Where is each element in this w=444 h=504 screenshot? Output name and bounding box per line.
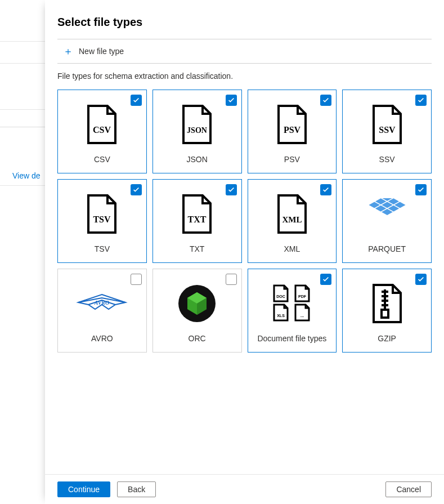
file-icon-csv: CSV — [58, 102, 146, 146]
card-label: Document file types — [257, 334, 326, 343]
card-label: XML — [284, 244, 300, 253]
card-label: TXT — [190, 244, 204, 253]
card-label: TSV — [95, 244, 110, 253]
file-type-card-csv[interactable]: CSV CSV — [57, 90, 147, 173]
file-type-grid: CSV CSV JSON JSON — [57, 90, 432, 353]
svg-text:PDF: PDF — [298, 295, 307, 298]
svg-rect-22 — [382, 310, 388, 318]
back-button[interactable]: Back — [117, 481, 156, 497]
file-type-card-xml[interactable]: XML XML — [248, 179, 337, 263]
svg-text:TXT: TXT — [188, 215, 207, 224]
view-details-link[interactable]: View de — [12, 171, 41, 180]
continue-button[interactable]: Continue — [57, 481, 110, 497]
panel-content: Select file types ＋ New file type File t… — [45, 0, 444, 474]
file-icon-ssv: SSV — [343, 102, 431, 146]
gzip-icon — [343, 282, 431, 325]
svg-text:DOC: DOC — [276, 295, 285, 298]
svg-text:XML: XML — [282, 215, 302, 224]
file-icon-tsv: TSV — [58, 192, 146, 236]
plus-icon: ＋ — [63, 46, 73, 56]
divider — [0, 63, 45, 64]
new-file-type-button[interactable]: ＋ New file type — [57, 43, 129, 60]
file-type-card-txt[interactable]: TXT TXT — [153, 179, 242, 263]
subtitle: File types for schema extraction and cla… — [57, 72, 432, 81]
footer: Continue Back Cancel — [45, 474, 444, 504]
file-icon-xml: XML — [248, 192, 337, 236]
file-type-card-parquet[interactable]: PARQUET — [342, 179, 432, 263]
avro-icon: AVRO — [58, 282, 146, 325]
svg-text:...: ... — [301, 313, 304, 318]
new-file-type-label: New file type — [79, 47, 124, 56]
divider — [0, 127, 45, 127]
svg-text:JSON: JSON — [187, 126, 207, 135]
card-label: PARQUET — [368, 244, 406, 253]
panel-title: Select file types — [57, 16, 432, 29]
background-panel: View de — [0, 0, 45, 504]
svg-text:AVRO: AVRO — [94, 300, 110, 306]
file-type-card-gzip[interactable]: GZIP — [342, 269, 432, 353]
card-label: GZIP — [378, 334, 396, 343]
parquet-icon — [343, 192, 431, 236]
cancel-button[interactable]: Cancel — [385, 481, 432, 497]
toolbar: ＋ New file type — [57, 39, 432, 64]
card-label: SSV — [379, 155, 395, 164]
file-type-card-tsv[interactable]: TSV TSV — [57, 179, 147, 263]
card-label: AVRO — [91, 334, 113, 343]
file-type-card-ssv[interactable]: SSV SSV — [342, 90, 432, 173]
card-label: JSON — [186, 155, 207, 164]
file-icon-json: JSON — [153, 102, 241, 146]
file-type-card-avro[interactable]: AVRO AVRO — [57, 269, 147, 353]
divider — [0, 41, 45, 42]
file-type-card-orc[interactable]: ORC — [153, 269, 242, 353]
divider — [0, 185, 45, 186]
card-label: PSV — [284, 155, 300, 164]
card-label: CSV — [94, 155, 110, 164]
svg-text:PSV: PSV — [284, 125, 301, 135]
divider — [0, 109, 45, 110]
svg-text:CSV: CSV — [93, 125, 111, 135]
file-type-card-json[interactable]: JSON JSON — [153, 90, 242, 173]
file-type-card-document[interactable]: DOC PDF XLS ... Document file types — [248, 269, 337, 353]
document-types-icon: DOC PDF XLS ... — [248, 282, 337, 325]
orc-icon — [153, 282, 241, 325]
svg-text:XLS: XLS — [277, 314, 285, 318]
file-icon-txt: TXT — [153, 192, 241, 236]
svg-text:SSV: SSV — [379, 125, 396, 135]
select-file-types-panel: Select file types ＋ New file type File t… — [45, 0, 444, 504]
card-label: ORC — [189, 334, 206, 343]
file-type-card-psv[interactable]: PSV PSV — [248, 90, 337, 173]
svg-text:TSV: TSV — [93, 215, 111, 224]
file-icon-psv: PSV — [248, 102, 337, 146]
